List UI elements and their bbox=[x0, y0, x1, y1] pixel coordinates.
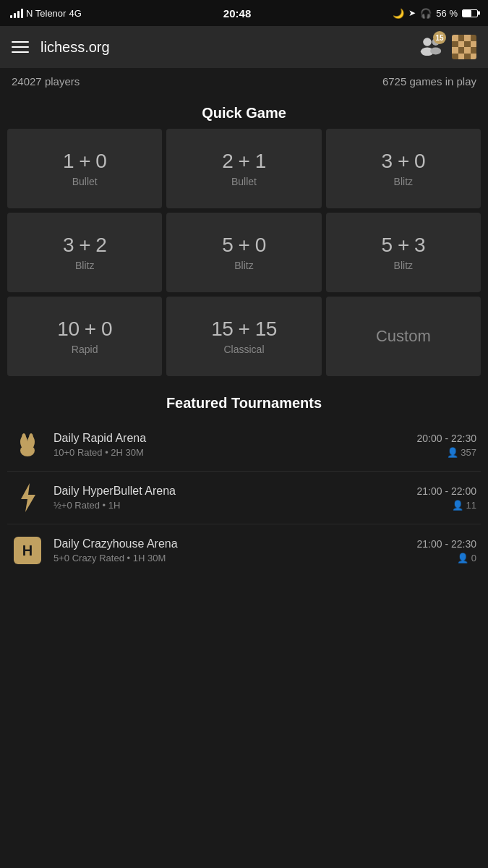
navbar: lichess.org 15 bbox=[0, 26, 488, 68]
status-left: N Telenor 4G bbox=[10, 8, 82, 19]
game-tile-type: Blitz bbox=[75, 260, 94, 271]
tournament-right: 20:00 - 22:30👤 357 bbox=[416, 433, 476, 458]
rabbit-icon bbox=[12, 429, 43, 461]
quick-game-title: Quick Game bbox=[0, 95, 488, 129]
chess-cell bbox=[471, 47, 477, 54]
tournament-right: 21:00 - 22:00👤 11 bbox=[416, 485, 476, 511]
quick-game-grid: 1 + 0Bullet2 + 1Bullet3 + 0Blitz3 + 2Bli… bbox=[0, 129, 488, 383]
game-tile-type: Blitz bbox=[394, 176, 413, 187]
tournament-list: Daily Rapid Arena10+0 Rated • 2H 30M20:0… bbox=[0, 419, 488, 576]
tournament-info: Daily Crazyhouse Arena5+0 Crazy Rated • … bbox=[53, 537, 406, 563]
tournament-players: 👤 357 bbox=[416, 447, 476, 458]
navbar-right: 15 bbox=[420, 35, 476, 59]
players-count: 24027 players bbox=[12, 75, 80, 88]
headphone-icon: 🎧 bbox=[420, 8, 432, 19]
battery-percent: 56 % bbox=[436, 8, 458, 19]
tournament-meta: ½+0 Rated • 1H bbox=[53, 500, 406, 511]
chess-cell bbox=[464, 41, 471, 48]
chess-cell bbox=[458, 47, 465, 54]
chess-cell bbox=[452, 41, 458, 48]
chess-cell bbox=[458, 41, 465, 48]
chess-cell bbox=[464, 35, 471, 41]
network-label: 4G bbox=[69, 8, 81, 19]
svg-point-8 bbox=[22, 433, 26, 442]
game-tile[interactable]: 5 + 3Blitz bbox=[326, 213, 481, 292]
game-tile-type: Blitz bbox=[234, 260, 253, 271]
hamburger-line-3 bbox=[12, 51, 29, 53]
tournament-right: 21:00 - 22:30👤 0 bbox=[416, 538, 476, 563]
stats-bar: 24027 players 6725 games in play bbox=[0, 68, 488, 95]
game-tile-time: 10 + 0 bbox=[57, 318, 112, 341]
game-tile[interactable]: 1 + 0Bullet bbox=[7, 129, 162, 208]
game-tile-time: 5 + 0 bbox=[222, 234, 266, 257]
game-tile-time: 2 + 1 bbox=[222, 150, 266, 173]
game-tile[interactable]: 3 + 2Blitz bbox=[7, 213, 162, 292]
status-right: 🌙 ➤ 🎧 56 % bbox=[393, 8, 478, 19]
game-tile-time: 3 + 2 bbox=[63, 234, 107, 257]
game-tile-time: 3 + 0 bbox=[382, 150, 426, 173]
game-tile-time: 15 + 15 bbox=[211, 318, 277, 341]
battery-fill bbox=[463, 10, 471, 17]
tournament-time: 21:00 - 22:00 bbox=[416, 485, 476, 497]
svg-point-9 bbox=[29, 433, 33, 442]
tournament-time: 20:00 - 22:30 bbox=[416, 433, 476, 444]
hamburger-menu[interactable] bbox=[12, 41, 29, 53]
svg-point-3 bbox=[430, 48, 441, 55]
game-tile[interactable]: 2 + 1Bullet bbox=[166, 129, 321, 208]
featured-tournaments-title: Featured Tournaments bbox=[0, 383, 488, 419]
tournament-meta: 10+0 Rated • 2H 30M bbox=[53, 447, 406, 458]
tournament-info: Daily HyperBullet Arena½+0 Rated • 1H bbox=[53, 485, 406, 511]
tournament-name: Daily Rapid Arena bbox=[53, 432, 406, 445]
game-tile[interactable]: Custom bbox=[326, 297, 481, 376]
tournament-name: Daily HyperBullet Arena bbox=[53, 485, 406, 498]
tournament-players: 👤 0 bbox=[416, 553, 476, 563]
chess-cell bbox=[452, 47, 458, 54]
house-badge: H bbox=[14, 537, 41, 564]
hamburger-line-2 bbox=[12, 46, 29, 48]
game-tile[interactable]: 3 + 0Blitz bbox=[326, 129, 481, 208]
chess-cell bbox=[452, 35, 458, 41]
signal-bars bbox=[10, 8, 23, 18]
game-tile-time: 5 + 3 bbox=[382, 234, 426, 257]
chess-cell bbox=[471, 41, 477, 48]
tournament-meta: 5+0 Crazy Rated • 1H 30M bbox=[53, 553, 406, 563]
crazyhouse-icon: H bbox=[12, 535, 43, 566]
location-icon: ➤ bbox=[408, 8, 416, 18]
game-tile[interactable]: 10 + 0Rapid bbox=[7, 297, 162, 376]
game-tile-type: Bullet bbox=[231, 176, 257, 187]
chess-cell bbox=[464, 54, 471, 60]
svg-point-0 bbox=[423, 38, 432, 46]
friends-badge: 15 bbox=[433, 31, 446, 44]
chessboard-button[interactable] bbox=[452, 35, 476, 59]
game-tile-type: Rapid bbox=[72, 344, 98, 355]
svg-point-7 bbox=[22, 441, 33, 451]
game-tile[interactable]: 5 + 0Blitz bbox=[166, 213, 321, 292]
navbar-left: lichess.org bbox=[12, 39, 110, 56]
navbar-title: lichess.org bbox=[40, 39, 110, 56]
game-tile-time: 1 + 0 bbox=[63, 150, 107, 173]
games-count: 6725 games in play bbox=[382, 75, 476, 88]
game-tile-type: Classical bbox=[223, 344, 264, 355]
tournament-players: 👤 11 bbox=[416, 500, 476, 511]
chess-cell bbox=[458, 35, 465, 41]
moon-icon: 🌙 bbox=[393, 8, 404, 19]
game-tile[interactable]: 15 + 15Classical bbox=[166, 297, 321, 376]
chess-cell bbox=[452, 54, 458, 60]
tournament-item[interactable]: HDaily Crazyhouse Arena5+0 Crazy Rated •… bbox=[7, 524, 481, 576]
game-tile-type: Blitz bbox=[394, 260, 413, 271]
tournament-info: Daily Rapid Arena10+0 Rated • 2H 30M bbox=[53, 432, 406, 458]
battery-icon bbox=[462, 9, 478, 17]
chess-cell bbox=[471, 54, 477, 60]
game-tile-type: Bullet bbox=[72, 176, 98, 187]
chess-cell bbox=[464, 47, 471, 54]
game-tile-custom-label: Custom bbox=[376, 327, 431, 346]
tournament-item[interactable]: Daily HyperBullet Arena½+0 Rated • 1H21:… bbox=[7, 472, 481, 524]
bolt-icon bbox=[12, 482, 43, 514]
hamburger-line-1 bbox=[12, 41, 29, 43]
friends-button[interactable]: 15 bbox=[420, 35, 442, 59]
carrier-label: N Telenor bbox=[26, 8, 66, 19]
chess-cell bbox=[471, 35, 477, 41]
tournament-name: Daily Crazyhouse Arena bbox=[53, 537, 406, 550]
tournament-item[interactable]: Daily Rapid Arena10+0 Rated • 2H 30M20:0… bbox=[7, 419, 481, 472]
chess-cell bbox=[458, 54, 465, 60]
